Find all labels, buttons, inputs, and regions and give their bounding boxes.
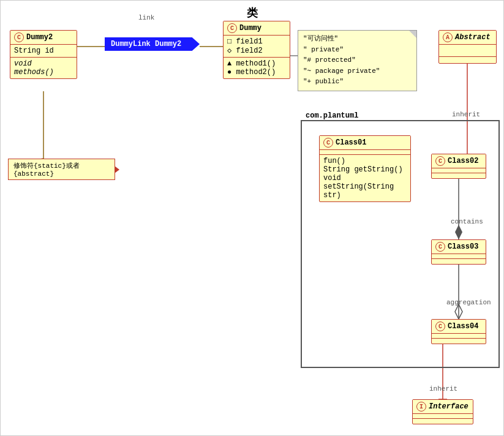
class04-header: C Class04 [432, 320, 486, 334]
class-abstract: A Abstract [438, 30, 497, 64]
abstract-stereotype: A [443, 32, 453, 42]
link-label-inherit-1: inherit [452, 111, 480, 118]
class03-methods [432, 259, 486, 264]
abstract-methods [439, 57, 496, 63]
class04-name: Class04 [448, 322, 478, 331]
class01-stereotype: C [323, 138, 333, 148]
dummy-name: Dummy [239, 24, 261, 32]
class02-body [432, 168, 486, 173]
note-line-4: "~ package private" [303, 66, 412, 77]
note-line-1: "可访问性" [303, 34, 412, 45]
dummy-link-button[interactable]: DummyLink Dummy2 [105, 37, 200, 51]
class03-body [432, 254, 486, 259]
dummy2-methods: void methods() [10, 58, 77, 78]
interface-name: Interface [429, 402, 468, 411]
dummy2-body: String id [10, 45, 77, 58]
dummy2-name: Dummy2 [26, 33, 53, 42]
dummy2-method-1: void methods() [14, 59, 73, 77]
class02-stereotype: C [435, 156, 445, 166]
class01-header: C Class01 [320, 136, 410, 150]
class-dummy-header: C Dummy [224, 21, 290, 36]
class02-header: C Class02 [432, 154, 486, 168]
class04-body [432, 334, 486, 339]
class01-method-2: String getString() [323, 165, 407, 174]
dummy2-field-1: String id [14, 47, 73, 55]
dummy-method-2: ● method2() [227, 68, 286, 77]
dummy-methods: ▲ method1() ● method2() [224, 58, 290, 78]
link-label-contains: contains [451, 218, 483, 225]
diagram-container: 类 C Dummy2 Str [0, 0, 504, 436]
page-title: 类 [247, 6, 258, 20]
class01-method-1: fun() [323, 157, 407, 165]
class03-header: C Class03 [432, 240, 486, 254]
abstract-name: Abstract [455, 33, 491, 42]
dummy2-stereotype: C [14, 32, 24, 42]
class-dummy2: C Dummy2 String id void methods() [10, 30, 77, 79]
link-label-link: link [138, 14, 154, 21]
class01-name: Class01 [336, 138, 366, 147]
dummy-field-2: ◇ field2 [227, 46, 286, 55]
dummy-stereotype: C [227, 23, 237, 33]
interface-stereotype: I [416, 402, 426, 412]
dummy-link-text: DummyLink Dummy2 [111, 40, 181, 48]
package-label: com.plantuml [304, 111, 359, 120]
class-interface: I Interface [412, 399, 473, 424]
class01-methods: fun() String getString() void setString(… [320, 155, 410, 201]
class-class04: C Class04 [431, 319, 486, 344]
dummy-body: □ field1 ◇ field2 [224, 36, 290, 58]
class-class03: C Class03 [431, 239, 486, 265]
class01-method-3: void setString(String str) [323, 174, 407, 200]
class-dummy2-header: C Dummy2 [10, 31, 77, 45]
interface-body [413, 414, 473, 419]
class02-name: Class02 [448, 157, 478, 165]
interface-methods [413, 419, 473, 424]
class03-name: Class03 [448, 242, 478, 251]
class-dummy: C Dummy □ field1 ◇ field2 ▲ method1() ● … [223, 21, 290, 79]
class-class02: C Class02 [431, 154, 486, 179]
modifier-note: 修饰符{static}或者{abstract} [8, 159, 115, 180]
note-line-2: " private" [303, 45, 412, 56]
note-box: "可访问性" " private" "# protected" "~ packa… [298, 30, 417, 91]
class04-methods [432, 339, 486, 344]
class03-stereotype: C [435, 242, 445, 252]
dummy-method-1: ▲ method1() [227, 59, 286, 68]
class-class01: C Class01 fun() String getString() void … [319, 135, 411, 202]
link-label-aggregation: aggregation [446, 299, 491, 306]
abstract-body [439, 45, 496, 57]
class02-methods [432, 173, 486, 178]
modifier-note-text: 修饰符{static}或者{abstract} [13, 162, 80, 178]
link-label-inherit-2: inherit [429, 385, 457, 393]
class04-stereotype: C [435, 321, 445, 331]
note-line-3: "# protected" [303, 55, 412, 66]
interface-header: I Interface [413, 400, 473, 414]
class01-body [320, 150, 410, 155]
dummy-field-1: □ field1 [227, 37, 286, 46]
class-abstract-header: A Abstract [439, 31, 496, 45]
note-line-5: "+ public" [303, 77, 412, 88]
